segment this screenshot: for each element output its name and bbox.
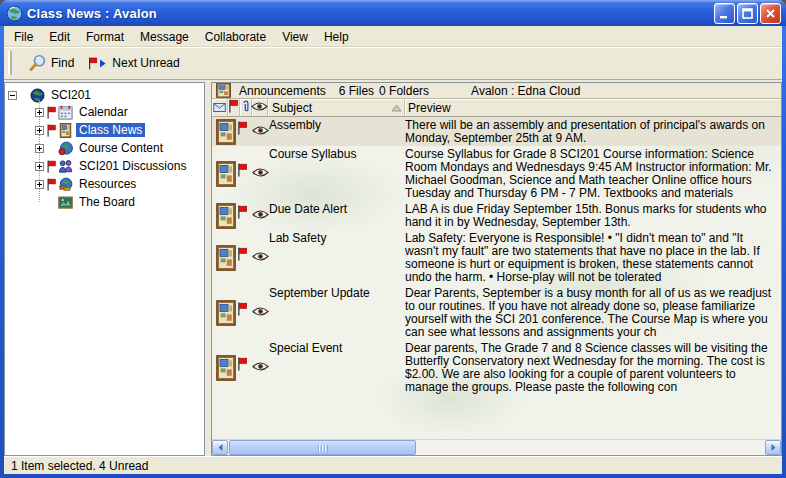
unread-flag-icon <box>237 247 248 261</box>
conference-header: Announcements 6 Files 0 Folders Avalon :… <box>212 83 781 99</box>
column-flag[interactable] <box>228 99 240 116</box>
eye-icon <box>252 209 269 223</box>
subject-column-label: Subject <box>272 101 312 115</box>
next-unread-flag-icon <box>88 57 108 70</box>
toolbar-grip[interactable] <box>8 51 14 75</box>
eye-icon <box>252 251 269 265</box>
unread-flag-icon <box>237 121 248 135</box>
app-window: Class News : Avalon File Edit Format Mes… <box>0 0 786 478</box>
list-column-header: Subject Preview <box>212 99 781 117</box>
minimize-button[interactable] <box>714 3 735 24</box>
menu-view[interactable]: View <box>274 26 316 46</box>
eye-icon <box>251 101 268 115</box>
calendar-icon <box>58 104 74 120</box>
class-news-icon <box>58 122 74 138</box>
unread-flag-icon <box>237 205 248 219</box>
maximize-button[interactable] <box>737 3 758 24</box>
column-envelope[interactable] <box>212 99 228 116</box>
next-unread-button[interactable]: Next Unread <box>81 53 186 73</box>
tree-item-label: Course Content <box>76 141 166 155</box>
find-button[interactable]: Find <box>22 51 81 75</box>
menu-format[interactable]: Format <box>78 26 132 46</box>
message-preview: There will be an assembly and presentati… <box>405 119 781 145</box>
unread-flag-icon <box>237 302 248 316</box>
bulletin-item-icon <box>216 300 236 326</box>
magnifier-icon <box>29 54 47 72</box>
bulletin-item-icon <box>216 355 236 381</box>
unread-flag-icon <box>46 160 57 173</box>
message-list: Assembly There will be an assembly and p… <box>212 117 781 439</box>
window-title: Class News : Avalon <box>27 6 157 21</box>
globe-app-icon <box>6 5 23 22</box>
collapse-icon[interactable] <box>8 91 17 100</box>
bulletin-item-icon <box>216 203 236 229</box>
preview-column-label: Preview <box>408 101 451 115</box>
message-row-special-event[interactable]: Special Event Dear parents, The Grade 7 … <box>212 340 781 395</box>
message-row-lab-safety[interactable]: Lab Safety Lab Safety: Everyone is Respo… <box>212 230 781 285</box>
menu-help[interactable]: Help <box>316 26 357 46</box>
conference-title: Announcements <box>239 84 326 98</box>
tree-item-label: SCI201 Discussions <box>76 159 189 173</box>
files-count: 6 Files <box>339 84 374 98</box>
message-row-due-date-alert[interactable]: Due Date Alert LAB A is due Friday Septe… <box>212 201 781 230</box>
tree-item-the-board[interactable]: The Board <box>5 193 204 211</box>
scroll-left-icon[interactable] <box>212 440 228 455</box>
tree-item-label: The Board <box>76 195 138 209</box>
eye-icon <box>252 125 269 139</box>
tree-item-class-news[interactable]: Class News <box>5 121 204 139</box>
message-row-assembly[interactable]: Assembly There will be an assembly and p… <box>212 117 781 146</box>
expand-icon[interactable] <box>35 126 44 135</box>
tree-item-sci201-discussions[interactable]: SCI201 Discussions <box>5 157 204 175</box>
discussions-icon <box>58 158 74 174</box>
close-button[interactable] <box>760 3 781 24</box>
menu-file[interactable]: File <box>6 26 41 46</box>
message-list-panel: Announcements 6 Files 0 Folders Avalon :… <box>211 82 782 456</box>
message-preview: LAB A is due Friday September 15th. Bonu… <box>405 203 781 229</box>
scroll-right-icon[interactable] <box>765 440 781 455</box>
message-subject: Due Date Alert <box>269 203 405 229</box>
expand-icon[interactable] <box>35 144 44 153</box>
tree-item-course-content[interactable]: Course Content <box>5 139 204 157</box>
expand-icon[interactable] <box>35 108 44 117</box>
message-preview: Dear parents, The Grade 7 and 8 Science … <box>405 342 781 394</box>
horizontal-scrollbar[interactable] <box>212 439 781 455</box>
envelope-icon <box>213 101 226 115</box>
status-text: 1 Item selected. 4 Unread <box>11 459 148 473</box>
column-eye[interactable] <box>252 99 268 116</box>
message-subject: Course Syllabus <box>269 148 405 200</box>
message-subject: Special Event <box>269 342 405 394</box>
unread-flag-icon <box>237 357 248 371</box>
message-row-september-update[interactable]: September Update Dear Parents, September… <box>212 285 781 340</box>
eye-icon <box>252 306 269 320</box>
message-preview: Lab Safety: Everyone is Responsible! • "… <box>405 232 781 284</box>
menu-edit[interactable]: Edit <box>41 26 78 46</box>
folder-tree-panel: SCI201 Calendar Class News Course Conten… <box>4 82 205 456</box>
resources-icon <box>58 176 74 192</box>
folders-count: 0 Folders <box>379 84 429 98</box>
expand-icon[interactable] <box>35 162 44 171</box>
menubar: File Edit Format Message Collaborate Vie… <box>4 26 782 47</box>
unread-flag-icon <box>46 124 57 137</box>
menu-collaborate[interactable]: Collaborate <box>197 26 274 46</box>
client-area: File Edit Format Message Collaborate Vie… <box>4 26 782 474</box>
message-preview: Dear Parents, September is a busy month … <box>405 287 781 339</box>
toolbar: Find Next Unread <box>4 47 782 80</box>
tree-item-sci201[interactable]: SCI201 <box>5 87 204 103</box>
globe-icon <box>30 87 46 103</box>
scrollbar-thumb[interactable] <box>229 440 416 455</box>
paperclip-icon <box>242 100 250 116</box>
announcements-icon <box>216 83 231 98</box>
column-preview[interactable]: Preview <box>405 99 781 116</box>
column-subject[interactable]: Subject <box>268 99 405 116</box>
expand-icon[interactable] <box>35 180 44 189</box>
message-row-course-syllabus[interactable]: Course Syllabus Course Syllabus for Grad… <box>212 146 781 201</box>
sort-ascending-icon <box>391 104 402 112</box>
status-bar: 1 Item selected. 4 Unread <box>4 456 782 474</box>
unread-flag-icon <box>237 163 248 177</box>
folder-tree: SCI201 Calendar Class News Course Conten… <box>5 83 204 211</box>
tree-item-calendar[interactable]: Calendar <box>5 103 204 121</box>
course-content-icon <box>58 140 74 156</box>
tree-item-resources[interactable]: Resources <box>5 175 204 193</box>
titlebar[interactable]: Class News : Avalon <box>0 0 786 26</box>
menu-message[interactable]: Message <box>132 26 197 46</box>
